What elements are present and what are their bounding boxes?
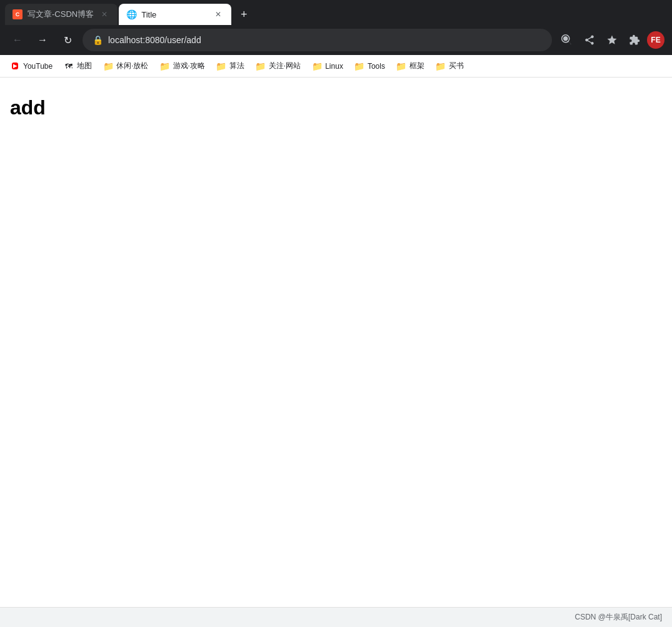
- tab-title-title: Title: [141, 10, 208, 19]
- address-text: localhost:8080/user/add: [108, 35, 542, 45]
- new-tab-button[interactable]: +: [235, 6, 253, 23]
- tab-csdn[interactable]: C 写文章-CSDN博客 ✕: [5, 4, 118, 25]
- bookmark-youtube-label: YouTube: [23, 62, 53, 71]
- maps-favicon-icon: 🗺: [64, 61, 74, 71]
- folder-algo-icon: 📁: [216, 61, 226, 71]
- address-bar-row: ← → ↻ 🔒 localhost:8080/user/add: [0, 25, 672, 55]
- browser-chrome: C 写文章-CSDN博客 ✕ 🌐 Title ✕ + ← → ↻ 🔒 local…: [0, 0, 672, 55]
- folder-follow-icon: 📁: [256, 61, 266, 71]
- bookmark-linux-label: Linux: [325, 62, 343, 71]
- google-lens-icon[interactable]: [557, 30, 577, 50]
- bookmark-game[interactable]: 📁 游戏·攻略: [155, 58, 210, 74]
- bookmark-relax-label: 休闲·放松: [116, 61, 148, 71]
- extensions-icon[interactable]: [624, 30, 644, 50]
- csdn-favicon-icon: C: [13, 9, 23, 19]
- folder-relax-icon: 📁: [103, 61, 113, 71]
- bookmark-linux[interactable]: 📁 Linux: [307, 59, 348, 74]
- bookmark-framework[interactable]: 📁 框架: [391, 58, 429, 74]
- bookmarks-bar: ▶ YouTube 🗺 地图 📁 休闲·放松 📁 游戏·攻略 📁 算法 📁 关注…: [0, 55, 672, 78]
- bookmark-algo[interactable]: 📁 算法: [211, 58, 249, 74]
- folder-framework-icon: 📁: [396, 61, 406, 71]
- folder-game-icon: 📁: [160, 61, 170, 71]
- bookmark-star-icon[interactable]: [602, 30, 622, 50]
- bookmark-map[interactable]: 🗺 地图: [59, 58, 97, 74]
- folder-linux-icon: 📁: [312, 61, 322, 71]
- bookmark-books[interactable]: 📁 买书: [431, 58, 469, 74]
- address-box[interactable]: 🔒 localhost:8080/user/add: [83, 29, 552, 51]
- tab-csdn-close[interactable]: ✕: [99, 9, 110, 20]
- tab-title-close[interactable]: ✕: [213, 9, 224, 20]
- bookmark-youtube[interactable]: ▶ YouTube: [5, 59, 58, 74]
- bookmark-relax[interactable]: 📁 休闲·放松: [98, 58, 153, 74]
- bookmark-books-label: 买书: [449, 61, 464, 71]
- tab-title[interactable]: 🌐 Title ✕: [119, 4, 231, 25]
- page-content: add: [0, 78, 672, 607]
- bookmark-tools[interactable]: 📁 Tools: [349, 59, 390, 74]
- lock-icon: 🔒: [93, 35, 103, 45]
- bookmark-framework-label: 框架: [409, 61, 424, 71]
- youtube-favicon-icon: ▶: [10, 61, 20, 71]
- folder-books-icon: 📁: [436, 61, 446, 71]
- refresh-button[interactable]: ↻: [58, 30, 78, 50]
- bookmark-game-label: 游戏·攻略: [173, 61, 205, 71]
- bookmark-follow[interactable]: 📁 关注·网站: [251, 58, 306, 74]
- status-bar: CSDN @牛泉禹[Dark Cat]: [0, 607, 672, 627]
- page-heading: add: [10, 96, 662, 119]
- forward-button[interactable]: →: [33, 30, 53, 50]
- share-icon[interactable]: [579, 30, 599, 50]
- profile-icon[interactable]: FE: [647, 31, 664, 49]
- bookmark-map-label: 地图: [77, 61, 92, 71]
- toolbar-icons: FE: [557, 30, 664, 50]
- tab-csdn-title: 写文章-CSDN博客: [28, 9, 94, 20]
- folder-tools-icon: 📁: [354, 61, 364, 71]
- tab-bar: C 写文章-CSDN博客 ✕ 🌐 Title ✕ +: [0, 0, 672, 25]
- back-button[interactable]: ←: [8, 30, 28, 50]
- status-text: CSDN @牛泉禹[Dark Cat]: [574, 612, 662, 623]
- bookmark-follow-label: 关注·网站: [269, 61, 301, 71]
- bookmark-algo-label: 算法: [229, 61, 244, 71]
- bookmark-tools-label: Tools: [368, 62, 385, 71]
- globe-favicon-icon: 🌐: [126, 9, 136, 19]
